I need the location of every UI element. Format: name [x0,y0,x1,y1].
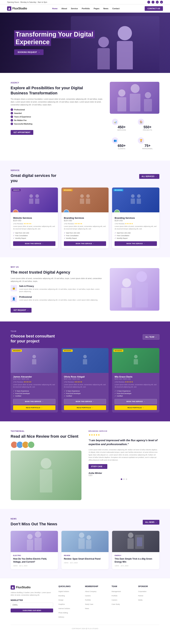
agency-label: AGENCY [11,82,103,84]
service-body-1: Website Services $120 USD 1702 Reviews ★… [11,212,58,248]
team-desc-mia: Lorem ipsum dolor sit amet, consectetur … [115,384,157,388]
nav-news[interactable]: News [103,8,108,10]
footer-col-team: TEAM Management Portfolio Careers Case S… [112,585,133,619]
footer-link-management[interactable]: Management [112,590,133,593]
stat-projects: 🏠 550+ PROJECTS [136,116,159,133]
footer-link-study-case[interactable]: Study Case [85,602,106,606]
service-price-2: $120 USD [64,220,106,222]
footer-link-portfolio[interactable]: Portfolio [85,598,106,601]
newsletter-email-input[interactable] [11,603,53,607]
news-img-bg-3 [112,531,159,552]
team-role-james: $200 USD / $400 USD [13,378,55,380]
footer-link-partner[interactable]: Partner [138,594,159,597]
team-book-button-3[interactable]: BOOK THIS SERVICE → [115,399,157,404]
team-desc-james: Lorem ipsum dolor sit amet, consectetur … [13,384,55,388]
service-desc-1: Lorem ipsum dolor sit amet, consectetur … [13,225,55,230]
why-image [110,268,159,311]
service-feat-1c: ✓Monthly Report [13,237,55,239]
study-case-button[interactable]: STUDY CASE → [89,464,107,469]
all-services-button[interactable]: ALL SERVICES → [139,174,159,179]
news-author-1: Admin [13,565,18,567]
team-img-bg-1 [11,348,58,373]
hero-cta-button[interactable]: BOOKING REQUEST [14,49,44,55]
head-2a [80,194,84,198]
footer-link-design[interactable]: Design [58,598,80,601]
footer-link-team-careers[interactable]: Careers [112,598,133,601]
news-card-body-3: ENERGY This Dam Simple Trick is a Big Gr… [112,552,159,569]
nav-contact[interactable]: Contact [112,8,120,10]
team-portfolio-button-2[interactable]: READ PORTFOLIO → [64,406,106,410]
footer-col-title-membership: MEMBERSHIP [85,585,106,588]
team-portfolio-button-3[interactable]: READ PORTFOLIO → [115,406,157,410]
testimonial-section-label: TESTIMONIAL [11,430,81,432]
nav-pages[interactable]: Pages [94,8,99,10]
contact-us-button[interactable]: CONTACT US [145,6,163,11]
team-reviews-james: 1702 Reviews ★★★★★ [13,381,55,383]
footer-link-about[interactable]: About Company [85,590,106,593]
service-feat-3c: ✓Monthly Report [115,237,157,239]
nav-home[interactable]: Home [52,8,58,10]
news-title-2: Review: Span Smart Electrical Panel [64,558,106,560]
safe-privacy-icon: 🔒 [11,285,17,291]
body-1a [29,198,33,204]
all-news-button[interactable]: ALL NEWS → [143,520,159,524]
team-head-3 [134,355,138,358]
news-card-body-2: REVIEW Review: Span Smart Electrical Pan… [61,552,109,566]
footer-col-sponsor: SPONSOR Corporation Partner Media [138,585,159,619]
footer-link-graphics[interactable]: Graphics [58,602,80,606]
agency-layout: AGENCY Explore all Possibilities for you… [11,82,159,152]
footer-link-team-portfolio[interactable]: Portfolio [112,594,133,597]
dot-3[interactable] [126,478,127,480]
footer-link-digital-solution[interactable]: Digital Solution [58,590,80,593]
reviewer-title: CEO [89,474,159,476]
nav-portfolio[interactable]: Portfolio [82,8,90,10]
nav-about[interactable]: About [61,8,67,10]
footer-link-case-study[interactable]: Case Study [112,602,133,606]
get-appointment-button[interactable]: GET APPOINTMENT [11,130,33,135]
social-google[interactable]: g [160,1,163,4]
service-title-3: Branding Services [115,216,157,219]
dot-2[interactable] [123,478,125,480]
newsletter-subscribe-button[interactable]: SUBSCRIBE OUR NEWS [11,608,53,612]
service-body-3: Branding Services $120 USD 1702 Reviews … [112,212,159,248]
footer-link-internet[interactable]: Internet Solution [58,606,80,610]
book-service-button-2[interactable]: BOOK THIS SERVICE → [64,241,106,246]
nav-service[interactable]: Service [71,8,78,10]
social-instagram[interactable]: in [156,1,159,4]
book-service-button-3[interactable]: BOOK THIS SERVICE → [115,241,157,246]
news-category-3: ENERGY [115,554,157,556]
news-title: Don't Miss Out The News [11,522,57,527]
team-card-james: BRANDING James Alexander $200 USD / $400… [11,348,58,412]
footer-link-corporation[interactable]: Corporation [138,590,159,593]
why-img-inner [110,268,159,311]
footer-link-careers[interactable]: Careers [85,594,106,597]
footer-link-photo[interactable]: Photo Editing [58,611,80,614]
team-portfolio-button-1[interactable]: READ PORTFOLIO → [13,406,55,410]
social-twitter[interactable]: t [152,1,155,4]
service-feat-2b: ✓Free Consultation [64,234,106,236]
dot-1[interactable] [121,478,122,480]
service-img-bg-2 [61,188,109,212]
team-book-button-1[interactable]: BOOK THIS SERVICE → [13,399,55,404]
footer-link-news[interactable]: News [85,606,106,610]
news-meta-3: Admin Jul 3, 2023 [115,565,157,567]
logo[interactable]: FluxStudio [7,6,27,11]
footer-link-media[interactable]: Media [138,598,159,601]
service-feat-1b: ✓Free Consultation [13,234,55,236]
footer-link-branding[interactable]: Branding [58,594,80,597]
service-badge-3: BRANDING [114,189,123,191]
social-facebook[interactable]: f [147,1,150,4]
all-team-button[interactable]: ALL TEAM → [143,334,159,340]
team-feat-mia-3: ✓ Certified [115,395,157,397]
team-features-olivia: ✓ 5 Years Experience ✓ Front End Develop… [64,390,106,397]
book-service-button-1[interactable]: BOOK THIS SERVICE → [13,241,55,246]
get-request-button[interactable]: GET REQUEST → [11,308,31,312]
why-section: WHY US The most trusted Digital Agency L… [0,257,170,322]
top-bar-hours: Opening Hours : Monday to Saturday : 8am… [7,1,47,3]
why-feature-safe: 🔒 Safe & Privacy Lorem ipsum dolor sit a… [11,285,103,293]
team-badge-3: BRANDING [114,350,123,352]
team-book-button-2[interactable]: BOOK THIS SERVICE → [64,399,106,404]
team-human-1 [32,355,36,364]
footer-link-delivery[interactable]: Delivery [58,615,80,618]
feat-icon-2b: ✓ [64,234,65,236]
